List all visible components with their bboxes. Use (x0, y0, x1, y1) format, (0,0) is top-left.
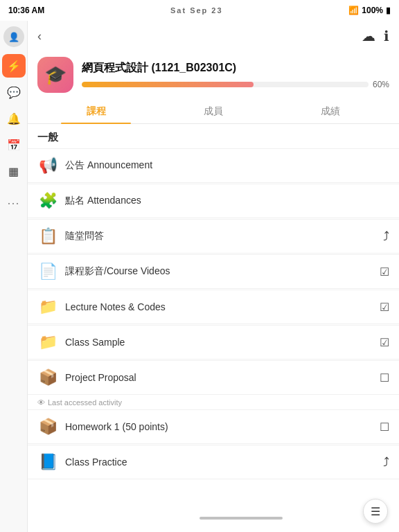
home-indicator (200, 517, 283, 520)
last-accessed-label: Last accessed activity (48, 398, 122, 407)
progress-bar-fill (82, 82, 254, 87)
last-accessed-bar: 👁 Last accessed activity (28, 396, 399, 409)
info-icon[interactable]: ℹ (384, 28, 389, 44)
sample-action-icon: ☑ (380, 336, 389, 349)
videos-action-icon: ☑ (380, 265, 389, 278)
course-title: 網頁程式設計 (1121_B02301C) (82, 61, 389, 76)
sidebar-item-activity[interactable]: ⚡ (2, 54, 26, 78)
battery-label: 100% (362, 6, 383, 15)
list-item-videos[interactable]: 📄 課程影音/Course Videos ☑ (28, 254, 399, 289)
list-item-quiz[interactable]: 📋 隨堂問答 ⤴ (28, 219, 399, 254)
status-time: 10:36 AM (8, 6, 44, 15)
wifi-icon: 📶 (348, 6, 359, 15)
more-dots-icon: ... (7, 193, 19, 208)
homework-icon: 📦 (37, 416, 58, 437)
homework-action-icon: ☐ (380, 420, 389, 434)
grid-icon: ▦ (8, 165, 19, 178)
list-item-homework[interactable]: 📦 Homework 1 (50 points) ☐ (28, 409, 399, 444)
quiz-action-icon: ⤴ (383, 229, 389, 244)
notes-action-icon: ☑ (380, 301, 389, 314)
proposal-label: Project Proposal (65, 372, 380, 383)
notes-icon: 📁 (37, 296, 58, 317)
list-item-notes[interactable]: 📁 Lecture Notes & Codes ☑ (28, 290, 399, 324)
bell-icon: 🔔 (7, 112, 21, 125)
progress-percent: 60% (373, 80, 389, 89)
status-right: 📶 100% ▮ (348, 6, 391, 15)
notes-label: Lecture Notes & Codes (65, 301, 380, 312)
sidebar-item-calendar[interactable]: 📅 (2, 133, 26, 157)
proposal-icon: 📦 (37, 367, 58, 388)
quiz-icon: 📋 (37, 226, 58, 247)
back-button[interactable]: ‹ (37, 29, 42, 44)
tab-bar: 課程 成員 成績 (28, 100, 399, 124)
attendance-icon: 🧩 (37, 190, 58, 211)
sample-icon: 📁 (37, 332, 58, 353)
top-nav: ‹ ☁ ℹ (28, 21, 399, 51)
tab-grades[interactable]: 成績 (272, 100, 389, 123)
top-action-icons: ☁ ℹ (362, 28, 389, 44)
list-item-attendance[interactable]: 🧩 點名 Attendances (28, 184, 399, 218)
menu-icon: ☰ (371, 505, 380, 518)
list-item-sample[interactable]: 📁 Class Sample ☑ (28, 325, 399, 360)
time-label: 10:36 AM (8, 6, 44, 15)
battery-icon: ▮ (386, 6, 391, 15)
list-item-proposal[interactable]: 📦 Project Proposal ☐ (28, 360, 399, 395)
sidebar-item-chat[interactable]: 💬 (2, 80, 26, 104)
sample-label: Class Sample (65, 337, 380, 348)
sidebar-item-grid[interactable]: ▦ (2, 159, 26, 183)
status-day: Sat Sep 23 (170, 6, 223, 15)
menu-button[interactable]: ☰ (363, 499, 388, 524)
eye-icon: 👁 (37, 398, 45, 407)
sidebar-item-more[interactable]: ... (2, 188, 26, 212)
attendance-label: 點名 Attendances (65, 195, 389, 207)
practice-action-icon: ⤴ (383, 455, 389, 470)
videos-label: 課程影音/Course Videos (65, 265, 380, 278)
course-logo: 🎓 (37, 57, 73, 93)
quiz-label: 隨堂問答 (65, 230, 383, 242)
announcement-label: 公告 Announcement (65, 159, 389, 172)
section-general: 一般 (28, 124, 399, 148)
status-bar: 10:36 AM Sat Sep 23 📶 100% ▮ (0, 0, 399, 21)
tab-members[interactable]: 成員 (154, 100, 272, 123)
videos-icon: 📄 (37, 261, 58, 282)
practice-label: Class Practice (65, 456, 383, 468)
calendar-icon: 📅 (7, 139, 21, 152)
graduation-icon: 🎓 (44, 64, 66, 86)
practice-icon: 📘 (37, 452, 58, 472)
progress-bar-bg (82, 82, 369, 87)
sidebar: 👤 ⚡ 💬 🔔 📅 ▦ ... (0, 21, 28, 532)
main-content: ‹ ☁ ℹ 🎓 網頁程式設計 (1121_B02301C) 60% 課程 成員 (28, 21, 399, 532)
home-indicator-bar (55, 504, 399, 532)
progress-wrap: 60% (82, 80, 389, 89)
tab-course[interactable]: 課程 (37, 100, 154, 123)
chat-icon: 💬 (7, 86, 21, 99)
user-avatar[interactable]: 👤 (3, 26, 24, 47)
sidebar-item-bell[interactable]: 🔔 (2, 107, 26, 130)
list-item-practice[interactable]: 📘 Class Practice ⤴ (28, 445, 399, 479)
proposal-action-icon: ☐ (380, 371, 389, 384)
cloud-icon[interactable]: ☁ (362, 28, 375, 44)
announcement-icon: 📢 (37, 155, 58, 176)
homework-label: Homework 1 (50 points) (65, 421, 380, 432)
course-info: 網頁程式設計 (1121_B02301C) 60% (82, 61, 389, 89)
course-header: 🎓 網頁程式設計 (1121_B02301C) 60% (28, 51, 399, 93)
activity-icon: ⚡ (7, 60, 21, 73)
list-item-announcement[interactable]: 📢 公告 Announcement (28, 148, 399, 183)
